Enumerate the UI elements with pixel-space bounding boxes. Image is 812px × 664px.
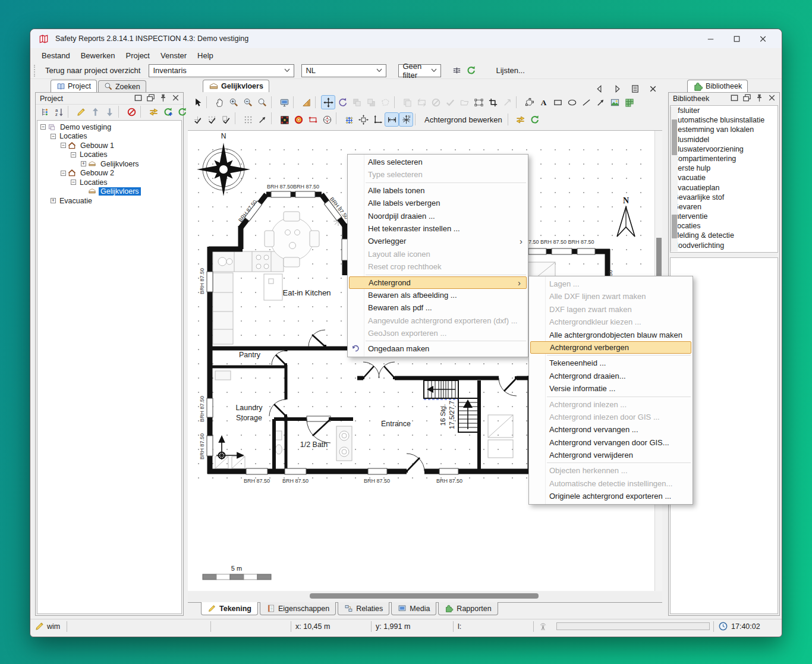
compass-icon[interactable] — [320, 112, 334, 127]
tree-item-gebouw-2[interactable]: −Gebouw 2 — [37, 169, 181, 178]
menu-item-achtergrond[interactable]: Achtergrond› — [349, 276, 527, 289]
menu-item-het-tekenraster-instellen[interactable]: Het tekenraster instellen ... — [348, 222, 528, 235]
library-item-compartimentering[interactable]: Compartimentering — [671, 154, 778, 163]
grid-green-icon[interactable] — [622, 95, 636, 109]
tab-gelijkvloers[interactable]: Gelijkvloers — [203, 80, 269, 92]
library-item-eerste-hulp[interactable]: Eerste hulp — [671, 163, 778, 173]
restore-panel-icon[interactable] — [742, 93, 752, 105]
menu-item-alle-labels-verbergen[interactable]: Alle labels verbergen — [348, 197, 528, 209]
library-item-gevaren[interactable]: Gevaren — [671, 202, 778, 212]
library-item-evacuatieplan[interactable]: Evacuatieplan — [671, 183, 778, 193]
block-red-icon[interactable] — [124, 105, 139, 119]
menubar-item-project[interactable]: Project — [121, 50, 155, 61]
tab-project[interactable]: Project — [51, 80, 97, 92]
library-scrollbar[interactable] — [671, 106, 678, 251]
setsquare-icon[interactable] — [299, 95, 313, 109]
menu-item-noordpijl-draaien[interactable]: Noordpijl draaien ... — [348, 210, 528, 222]
bottom-tab-eigenschappen[interactable]: Eigenschappen — [260, 602, 336, 615]
lists-button[interactable]: Lijsten... — [491, 64, 529, 77]
zoom-window-icon[interactable] — [255, 95, 269, 109]
measure-icon[interactable] — [385, 112, 399, 127]
swap-icon[interactable] — [514, 112, 528, 127]
rotate-icon[interactable] — [335, 95, 350, 109]
library-item-automatische-blusinstallatie[interactable]: Automatische blusinstallatie — [671, 115, 778, 125]
collapse-icon[interactable]: − — [61, 171, 66, 176]
collapse-icon[interactable]: − — [71, 152, 76, 158]
library-item-noodverlichting[interactable]: Noodverlichting — [671, 241, 778, 250]
zoom-in-icon[interactable] — [226, 95, 241, 109]
refresh-icon[interactable] — [464, 64, 478, 78]
menu-item-bewaren-als-pdf[interactable]: Bewaren als pdf ... — [348, 301, 528, 314]
grid-blue-icon[interactable] — [342, 112, 356, 127]
tree-item-locaties[interactable]: −Locaties — [37, 150, 181, 160]
filter-select[interactable]: Geen filter — [398, 64, 441, 77]
collapse-icon[interactable]: − — [51, 134, 56, 139]
collapse-icon[interactable]: − — [61, 143, 66, 148]
filter-icon[interactable] — [449, 64, 464, 78]
close-panel-icon[interactable] — [171, 93, 181, 105]
menu-item-achtergrond-vervangen-door-gis[interactable]: Achtergrond vervangen door GIS... — [529, 436, 693, 449]
library-item-evacuatie[interactable]: Evacuatie — [671, 173, 778, 182]
restore-panel-icon[interactable] — [146, 93, 156, 105]
menu-item-originele-achtergrond-exporteren[interactable]: Originele achtergrond exporteren ... — [529, 490, 693, 502]
sort-alpha-icon[interactable]: az — [52, 105, 66, 119]
ellipse-icon[interactable] — [565, 95, 579, 109]
menu-item-achtergrond-verwijderen[interactable]: Achtergrond verwijderen — [529, 449, 693, 461]
bottom-tab-relaties[interactable]: Relaties — [338, 602, 389, 615]
menu-item-versie-informatie[interactable]: Versie informatie ... — [529, 382, 693, 395]
polygon-icon[interactable] — [522, 95, 536, 109]
language-select[interactable]: NL — [301, 64, 386, 77]
close-button[interactable] — [750, 30, 776, 48]
tree-item-evacuatie[interactable]: +Evacuatie — [37, 196, 181, 206]
up-icon[interactable] — [88, 105, 102, 119]
library-item-blusmiddel[interactable]: Blusmiddel — [671, 135, 778, 144]
tree-item-demo-vestiging[interactable]: −Demo vestiging — [37, 122, 181, 132]
pin-icon[interactable] — [754, 93, 764, 105]
collapse-icon[interactable]: − — [71, 180, 76, 185]
tab-zoeken[interactable]: Zoeken — [98, 80, 146, 92]
rect-red-icon[interactable] — [306, 112, 320, 127]
tree-item-gelijkvloers[interactable]: Gelijkvloers — [37, 187, 181, 197]
snap-grid-icon[interactable] — [204, 112, 219, 127]
bottom-tab-rapporten[interactable]: Rapporten — [438, 602, 498, 615]
line-icon[interactable] — [579, 95, 593, 109]
library-item-melding-detectie[interactable]: Melding & detectie — [671, 231, 778, 240]
collapse-icon[interactable]: − — [40, 124, 46, 130]
down-icon[interactable] — [102, 105, 117, 119]
menu-item-alles-selecteren[interactable]: Alles selecteren — [348, 156, 528, 168]
menubar-item-venster[interactable]: Venster — [155, 50, 192, 61]
swap-icon[interactable] — [146, 105, 160, 119]
crop-icon[interactable] — [486, 95, 500, 109]
snap-move-icon[interactable] — [219, 112, 233, 127]
refresh-icon[interactable] — [175, 105, 189, 119]
maximize-panel-icon[interactable] — [729, 93, 739, 105]
pin-icon[interactable] — [158, 93, 168, 105]
axis-icon[interactable] — [370, 112, 385, 127]
rename-icon[interactable] — [74, 105, 88, 119]
library-item-interventie[interactable]: Interventie — [671, 212, 778, 221]
rect-icon[interactable] — [550, 95, 565, 109]
library-item-bestemming-van-lokalen[interactable]: Bestemming van lokalen — [671, 125, 778, 134]
bottom-tab-media[interactable]: Media — [391, 602, 436, 615]
library-item-plaatsbezoek[interactable]: Plaatsbezoek — [671, 250, 778, 253]
menu-item-overlegger[interactable]: Overlegger› — [348, 235, 528, 247]
image-icon[interactable] — [608, 95, 622, 109]
menu-item-bewaren-als-afbeelding[interactable]: Bewaren als afbeelding ... — [348, 289, 528, 301]
maximize-button[interactable] — [723, 30, 750, 48]
tree-item-locaties[interactable]: −Locaties — [37, 132, 181, 141]
tree-item-gelijkvloers[interactable]: +Gelijkvloers — [37, 159, 181, 169]
snap-node-icon[interactable] — [190, 112, 204, 127]
back-to-project-button[interactable]: Terug naar project overzicht — [40, 64, 145, 77]
library-item-locaties[interactable]: Locaties — [671, 221, 778, 231]
monitor-icon[interactable] — [277, 95, 291, 109]
zoom-out-icon[interactable] — [241, 95, 255, 109]
sort-tree-icon[interactable] — [37, 105, 52, 119]
arrow-icon[interactable] — [593, 95, 608, 109]
jump-icon[interactable] — [255, 112, 269, 127]
menu-item-ongedaan-maken[interactable]: Ongedaan maken — [348, 342, 528, 355]
canvas-horizontal-scrollbar[interactable] — [188, 592, 662, 600]
menu-item-alle-achtergrondobjecten-blauw-maken[interactable]: Alle achtergrondobjecten blauw maken — [529, 329, 693, 341]
grid-dots-icon[interactable] — [241, 112, 255, 127]
menubar-item-bestand[interactable]: Bestand — [36, 50, 75, 61]
library-item-gevaarlijke-stof[interactable]: Gevaarlijke stof — [671, 193, 778, 202]
